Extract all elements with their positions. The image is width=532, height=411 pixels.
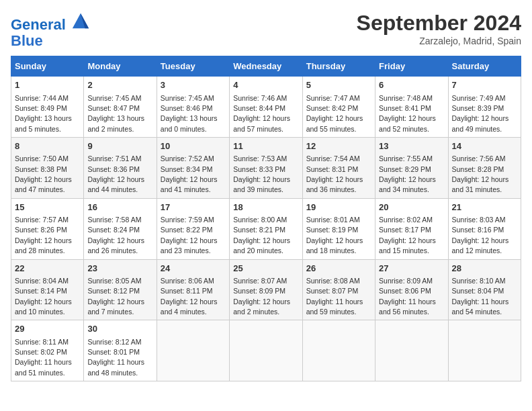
- calendar-cell: 7Sunrise: 7:49 AMSunset: 8:39 PMDaylight…: [448, 77, 521, 138]
- day-info: Sunrise: 8:05 AMSunset: 8:12 PMDaylight:…: [87, 277, 144, 316]
- calendar-cell: 9Sunrise: 7:51 AMSunset: 8:36 PMDaylight…: [84, 138, 157, 199]
- day-number: 26: [306, 263, 371, 275]
- day-number: 21: [452, 201, 517, 214]
- col-header-tuesday: Tuesday: [157, 56, 229, 77]
- calendar-cell: 13Sunrise: 7:55 AMSunset: 8:29 PMDayligh…: [375, 138, 448, 199]
- title-block: September 2024 Zarzalejo, Madrid, Spain: [357, 11, 521, 46]
- calendar-cell: 2Sunrise: 7:45 AMSunset: 8:47 PMDaylight…: [84, 77, 157, 138]
- day-info: Sunrise: 7:59 AMSunset: 8:22 PMDaylight:…: [161, 216, 218, 255]
- location: Zarzalejo, Madrid, Spain: [357, 36, 521, 46]
- col-header-monday: Monday: [84, 56, 157, 77]
- day-info: Sunrise: 8:09 AMSunset: 8:06 PMDaylight:…: [379, 277, 436, 316]
- day-number: 10: [161, 140, 226, 152]
- day-number: 11: [233, 140, 298, 152]
- col-header-saturday: Saturday: [448, 56, 521, 77]
- day-number: 27: [379, 263, 444, 275]
- col-header-friday: Friday: [375, 56, 448, 77]
- calendar-cell: 27Sunrise: 8:09 AMSunset: 8:06 PMDayligh…: [375, 259, 448, 320]
- day-info: Sunrise: 8:08 AMSunset: 8:07 PMDaylight:…: [306, 277, 363, 316]
- month-title: September 2024: [357, 11, 521, 36]
- calendar-cell: 21Sunrise: 8:03 AMSunset: 8:16 PMDayligh…: [448, 198, 521, 259]
- day-info: Sunrise: 8:01 AMSunset: 8:19 PMDaylight:…: [306, 216, 363, 255]
- calendar-cell: 10Sunrise: 7:52 AMSunset: 8:34 PMDayligh…: [157, 138, 229, 199]
- day-number: 6: [379, 79, 444, 91]
- calendar-cell: 25Sunrise: 8:07 AMSunset: 8:09 PMDayligh…: [230, 259, 302, 320]
- calendar-cell: 26Sunrise: 8:08 AMSunset: 8:07 PMDayligh…: [302, 259, 375, 320]
- day-number: 18: [233, 201, 298, 214]
- day-info: Sunrise: 8:00 AMSunset: 8:21 PMDaylight:…: [233, 216, 290, 255]
- day-number: 29: [15, 323, 80, 335]
- day-number: 7: [452, 79, 517, 91]
- calendar-table: SundayMondayTuesdayWednesdayThursdayFrid…: [11, 56, 521, 381]
- calendar-cell: 11Sunrise: 7:53 AMSunset: 8:33 PMDayligh…: [230, 138, 302, 199]
- day-number: 17: [161, 201, 226, 214]
- calendar-cell: 15Sunrise: 7:57 AMSunset: 8:26 PMDayligh…: [11, 198, 84, 259]
- day-info: Sunrise: 7:57 AMSunset: 8:26 PMDaylight:…: [15, 216, 72, 255]
- calendar-cell: 5Sunrise: 7:47 AMSunset: 8:42 PMDaylight…: [302, 77, 375, 138]
- day-info: Sunrise: 7:45 AMSunset: 8:46 PMDaylight:…: [161, 94, 218, 133]
- day-info: Sunrise: 8:02 AMSunset: 8:17 PMDaylight:…: [379, 216, 436, 255]
- day-info: Sunrise: 8:07 AMSunset: 8:09 PMDaylight:…: [233, 277, 290, 316]
- calendar-cell: 12Sunrise: 7:54 AMSunset: 8:31 PMDayligh…: [302, 138, 375, 199]
- calendar-cell: 14Sunrise: 7:56 AMSunset: 8:28 PMDayligh…: [448, 138, 521, 199]
- day-info: Sunrise: 7:58 AMSunset: 8:24 PMDaylight:…: [87, 216, 144, 255]
- day-number: 19: [306, 201, 371, 214]
- day-info: Sunrise: 8:11 AMSunset: 8:02 PMDaylight:…: [15, 338, 72, 377]
- calendar-cell: 4Sunrise: 7:46 AMSunset: 8:44 PMDaylight…: [230, 77, 302, 138]
- calendar-cell: 22Sunrise: 8:04 AMSunset: 8:14 PMDayligh…: [11, 259, 84, 320]
- day-info: Sunrise: 7:48 AMSunset: 8:41 PMDaylight:…: [379, 94, 436, 133]
- calendar-cell: 3Sunrise: 7:45 AMSunset: 8:46 PMDaylight…: [157, 77, 229, 138]
- calendar-cell: [375, 320, 448, 381]
- calendar-cell: 20Sunrise: 8:02 AMSunset: 8:17 PMDayligh…: [375, 198, 448, 259]
- day-info: Sunrise: 7:53 AMSunset: 8:33 PMDaylight:…: [233, 154, 290, 193]
- day-number: 5: [306, 79, 371, 91]
- logo: General Blue: [11, 11, 90, 49]
- calendar-cell: [157, 320, 229, 381]
- calendar-cell: 30Sunrise: 8:12 AMSunset: 8:01 PMDayligh…: [84, 320, 157, 381]
- day-number: 1: [15, 79, 80, 91]
- calendar-cell: 23Sunrise: 8:05 AMSunset: 8:12 PMDayligh…: [84, 259, 157, 320]
- day-info: Sunrise: 8:04 AMSunset: 8:14 PMDaylight:…: [15, 277, 72, 316]
- calendar-cell: 19Sunrise: 8:01 AMSunset: 8:19 PMDayligh…: [302, 198, 375, 259]
- day-number: 13: [379, 140, 444, 152]
- logo-text: General: [11, 11, 90, 33]
- day-number: 9: [87, 140, 152, 152]
- day-info: Sunrise: 7:44 AMSunset: 8:49 PMDaylight:…: [15, 94, 72, 133]
- calendar-cell: 29Sunrise: 8:11 AMSunset: 8:02 PMDayligh…: [11, 320, 84, 381]
- day-info: Sunrise: 7:51 AMSunset: 8:36 PMDaylight:…: [87, 154, 144, 193]
- day-info: Sunrise: 7:52 AMSunset: 8:34 PMDaylight:…: [161, 154, 218, 193]
- day-info: Sunrise: 7:54 AMSunset: 8:31 PMDaylight:…: [306, 154, 363, 193]
- calendar-cell: [302, 320, 375, 381]
- day-info: Sunrise: 7:47 AMSunset: 8:42 PMDaylight:…: [306, 94, 363, 133]
- day-number: 3: [161, 79, 226, 91]
- day-number: 2: [87, 79, 152, 91]
- day-info: Sunrise: 7:46 AMSunset: 8:44 PMDaylight:…: [233, 94, 290, 133]
- calendar-cell: 28Sunrise: 8:10 AMSunset: 8:04 PMDayligh…: [448, 259, 521, 320]
- page-header: General Blue September 2024 Zarzalejo, M…: [11, 11, 521, 49]
- calendar-cell: [448, 320, 521, 381]
- day-number: 28: [452, 263, 517, 275]
- day-info: Sunrise: 7:55 AMSunset: 8:29 PMDaylight:…: [379, 154, 436, 193]
- calendar-cell: 18Sunrise: 8:00 AMSunset: 8:21 PMDayligh…: [230, 198, 302, 259]
- day-info: Sunrise: 8:12 AMSunset: 8:01 PMDaylight:…: [87, 338, 144, 377]
- day-info: Sunrise: 8:03 AMSunset: 8:16 PMDaylight:…: [452, 216, 509, 255]
- day-info: Sunrise: 8:06 AMSunset: 8:11 PMDaylight:…: [161, 277, 218, 316]
- day-number: 23: [87, 263, 152, 275]
- day-number: 25: [233, 263, 298, 275]
- day-info: Sunrise: 7:56 AMSunset: 8:28 PMDaylight:…: [452, 154, 509, 193]
- day-info: Sunrise: 8:10 AMSunset: 8:04 PMDaylight:…: [452, 277, 509, 316]
- day-number: 14: [452, 140, 517, 152]
- day-number: 12: [306, 140, 371, 152]
- calendar-cell: 6Sunrise: 7:48 AMSunset: 8:41 PMDaylight…: [375, 77, 448, 138]
- col-header-thursday: Thursday: [302, 56, 375, 77]
- calendar-cell: 8Sunrise: 7:50 AMSunset: 8:38 PMDaylight…: [11, 138, 84, 199]
- calendar-cell: 17Sunrise: 7:59 AMSunset: 8:22 PMDayligh…: [157, 198, 229, 259]
- col-header-wednesday: Wednesday: [230, 56, 302, 77]
- calendar-cell: [230, 320, 302, 381]
- day-info: Sunrise: 7:45 AMSunset: 8:47 PMDaylight:…: [87, 94, 144, 133]
- day-number: 24: [161, 263, 226, 275]
- day-number: 20: [379, 201, 444, 214]
- day-number: 4: [233, 79, 298, 91]
- calendar-cell: 16Sunrise: 7:58 AMSunset: 8:24 PMDayligh…: [84, 198, 157, 259]
- day-info: Sunrise: 7:49 AMSunset: 8:39 PMDaylight:…: [452, 94, 509, 133]
